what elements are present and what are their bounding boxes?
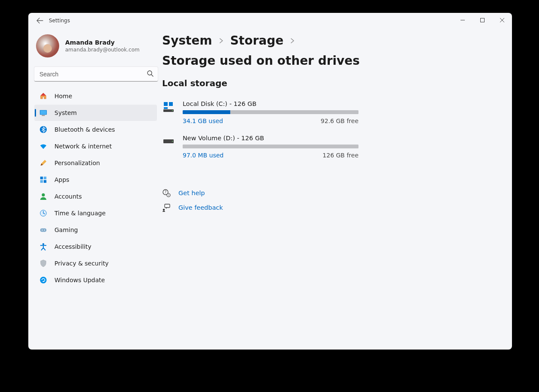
drive-icon: [162, 135, 175, 148]
sidebar-item-label: Accessibility: [54, 243, 91, 250]
personalization-icon: [39, 159, 47, 167]
get-help-link[interactable]: ?? Get help: [162, 189, 495, 197]
search-box: [34, 67, 158, 81]
svg-text:?: ?: [168, 194, 169, 197]
drive-used: 97.0 MB used: [183, 152, 223, 159]
sidebar-item-label: Apps: [54, 176, 69, 183]
drive-usage-bar: [183, 110, 358, 114]
sidebar-item-home[interactable]: Home: [34, 88, 157, 104]
sidebar-item-accounts[interactable]: Accounts: [34, 188, 157, 205]
svg-rect-7: [44, 177, 46, 179]
profile-name: Amanda Brady: [65, 39, 139, 46]
svg-rect-0: [481, 18, 485, 22]
sidebar-item-label: Network & internet: [54, 143, 112, 150]
help-link-label: Get help: [178, 190, 205, 196]
network-icon: [39, 142, 47, 150]
accounts-icon: [39, 193, 47, 200]
svg-rect-18: [169, 102, 173, 106]
sidebar-item-system[interactable]: System: [34, 105, 157, 121]
drive-name: Local Disk (C:) - 126 GB: [183, 100, 358, 107]
accessibility-icon: [39, 243, 47, 250]
section-title: Local storage: [162, 78, 495, 88]
home-icon: [39, 92, 47, 100]
drive-used: 34.1 GB used: [183, 118, 223, 124]
bluetooth-icon: [39, 126, 47, 133]
sidebar-item-label: Windows Update: [54, 277, 105, 283]
os-drive-icon: [162, 100, 175, 113]
maximize-button[interactable]: [473, 13, 492, 27]
breadcrumb-current: Storage used on other drives: [162, 54, 360, 68]
minimize-icon: [461, 18, 465, 22]
svg-rect-12: [40, 228, 46, 232]
sidebar-item-label: System: [54, 109, 77, 116]
sidebar-item-label: Privacy & security: [54, 260, 108, 267]
svg-text:?: ?: [165, 190, 166, 194]
maximize-icon: [480, 18, 485, 22]
drive-free: 92.6 GB free: [321, 118, 358, 124]
main-panel: System Storage Storage used on other dri…: [162, 28, 512, 350]
sidebar: Amanda Brady amanda.brady@outlook.com Ho…: [28, 28, 162, 350]
window-title: Settings: [49, 18, 70, 24]
drive-usage-bar: [183, 145, 358, 148]
sidebar-item-label: Accounts: [54, 193, 82, 200]
drive-row-c[interactable]: Local Disk (C:) - 126 GB 34.1 GB used 92…: [162, 100, 495, 124]
give-feedback-link[interactable]: Give feedback: [162, 203, 495, 212]
svg-point-15: [42, 243, 44, 245]
svg-rect-6: [40, 177, 43, 179]
sidebar-item-label: Home: [54, 93, 72, 100]
sidebar-item-label: Personalization: [54, 160, 100, 166]
privacy-icon: [39, 259, 47, 267]
svg-rect-19: [164, 107, 168, 109]
sidebar-item-personalization[interactable]: Personalization: [34, 155, 157, 171]
feedback-icon: [162, 203, 171, 212]
close-icon: [500, 18, 504, 22]
svg-point-14: [44, 229, 45, 230]
sidebar-item-accessibility[interactable]: Accessibility: [34, 238, 157, 255]
back-button[interactable]: [34, 15, 45, 26]
svg-point-29: [163, 209, 165, 211]
search-input[interactable]: [34, 67, 158, 81]
svg-point-16: [40, 277, 46, 283]
profile-card[interactable]: Amanda Brady amanda.brady@outlook.com: [34, 32, 160, 63]
sidebar-item-network[interactable]: Network & internet: [34, 138, 157, 154]
drive-name: New Volume (D:) - 126 GB: [183, 135, 358, 142]
close-button[interactable]: [492, 13, 512, 27]
profile-email: amanda.brady@outlook.com: [65, 47, 139, 53]
help-icon: ??: [162, 189, 171, 197]
svg-rect-17: [164, 102, 168, 106]
titlebar: Settings: [28, 13, 512, 28]
svg-rect-28: [165, 204, 170, 208]
drive-free: 126 GB free: [322, 152, 358, 159]
settings-window: Settings Amanda Brady amanda.brady@outlo…: [28, 13, 512, 350]
svg-rect-8: [40, 180, 43, 183]
windows-update-icon: [39, 276, 47, 284]
gaming-icon: [39, 226, 47, 234]
sidebar-item-label: Bluetooth & devices: [54, 126, 115, 133]
breadcrumb-system[interactable]: System: [162, 33, 212, 48]
breadcrumb: System Storage Storage used on other dri…: [162, 33, 495, 68]
svg-rect-9: [44, 180, 46, 183]
chevron-right-icon: [218, 38, 224, 44]
sidebar-item-label: Gaming: [54, 226, 78, 233]
sidebar-item-time-language[interactable]: Time & language: [34, 205, 157, 221]
svg-rect-4: [42, 115, 45, 116]
svg-point-21: [172, 110, 173, 111]
nav-list: Home System Bluetooth & devices: [34, 87, 160, 289]
sidebar-item-bluetooth[interactable]: Bluetooth & devices: [34, 121, 157, 138]
sidebar-item-label: Time & language: [54, 210, 105, 217]
minimize-button[interactable]: [453, 13, 473, 27]
drive-row-d[interactable]: New Volume (D:) - 126 GB 97.0 MB used 12…: [162, 135, 495, 159]
breadcrumb-storage[interactable]: Storage: [230, 33, 284, 48]
svg-rect-3: [40, 111, 46, 115]
feedback-link-label: Give feedback: [178, 204, 223, 211]
svg-point-10: [42, 193, 45, 196]
system-icon: [39, 109, 47, 117]
drive-usage-fill: [183, 110, 230, 114]
back-arrow-icon: [36, 17, 43, 24]
svg-point-13: [42, 229, 42, 230]
sidebar-item-apps[interactable]: Apps: [34, 172, 157, 188]
sidebar-item-windows-update[interactable]: Windows Update: [34, 272, 157, 288]
sidebar-item-privacy[interactable]: Privacy & security: [34, 255, 157, 271]
chevron-right-icon: [289, 38, 295, 44]
sidebar-item-gaming[interactable]: Gaming: [34, 222, 157, 238]
